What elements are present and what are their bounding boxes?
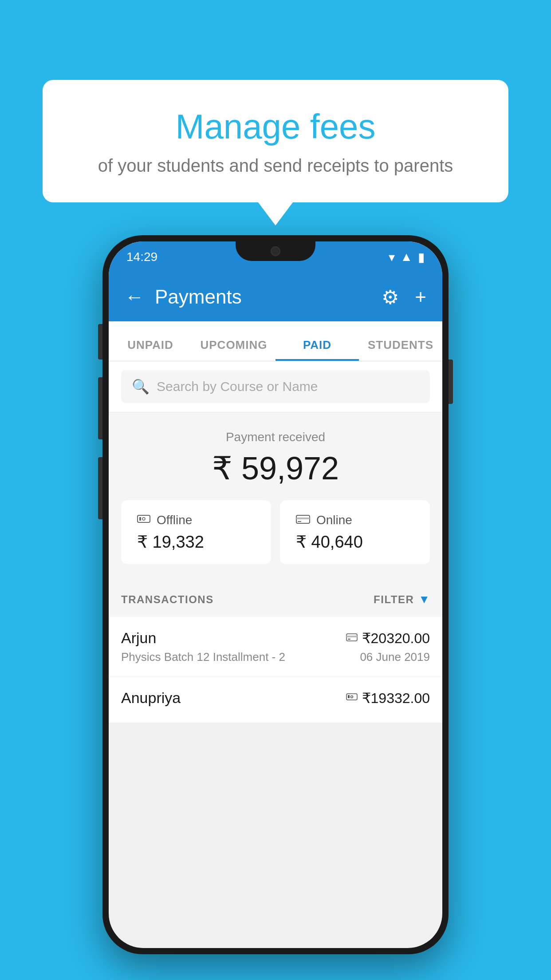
search-box[interactable]: 🔍 Search by Course or Name	[121, 370, 430, 403]
signal-icon: ▲	[400, 250, 413, 264]
filter-label[interactable]: FILTER	[374, 593, 414, 606]
svg-rect-8	[348, 639, 350, 640]
add-button[interactable]: +	[415, 286, 426, 308]
speech-bubble: Manage fees of your students and send re…	[43, 80, 508, 202]
svg-point-2	[142, 518, 145, 520]
hero-subtitle: of your students and send receipts to pa…	[78, 156, 473, 176]
svg-rect-1	[139, 517, 141, 521]
offline-card: Offline ₹ 19,332	[121, 500, 271, 564]
online-label: Online	[316, 513, 352, 527]
offline-label: Offline	[157, 513, 192, 527]
transaction-course-arjun: Physics Batch 12 Installment - 2	[121, 650, 285, 664]
hero-title: Manage fees	[78, 107, 473, 147]
tabs-bar: UNPAID UPCOMING PAID STUDENTS	[109, 321, 442, 361]
online-amount: ₹ 40,640	[296, 532, 363, 552]
filter-row[interactable]: FILTER ▼	[374, 593, 430, 606]
app-header: ← Payments ⚙ +	[109, 273, 442, 321]
online-payment-icon	[346, 631, 358, 645]
svg-rect-5	[298, 521, 301, 522]
battery-icon: ▮	[418, 250, 425, 265]
transaction-date-arjun: 06 June 2019	[360, 650, 430, 664]
offline-card-row: Offline	[137, 513, 192, 528]
status-icons: ▾ ▲ ▮	[389, 250, 425, 265]
tab-upcoming[interactable]: UPCOMING	[192, 338, 276, 361]
phone-notch	[236, 241, 315, 261]
svg-rect-4	[296, 518, 310, 519]
transaction-bottom-arjun: Physics Batch 12 Installment - 2 06 June…	[121, 650, 430, 664]
phone-mockup: 14:29 ▾ ▲ ▮ ← Payments ⚙ +	[102, 235, 449, 954]
page-title: Payments	[155, 286, 242, 308]
search-input[interactable]: Search by Course or Name	[157, 379, 318, 394]
transaction-name-anupriya: Anupriya	[121, 689, 181, 707]
phone-volume-up-button	[98, 324, 102, 360]
settings-icon[interactable]: ⚙	[382, 286, 399, 308]
svg-rect-7	[346, 636, 357, 637]
online-card-row: Online	[296, 513, 352, 528]
svg-rect-10	[348, 695, 350, 698]
header-right: ⚙ +	[382, 286, 426, 308]
payment-total-amount: ₹ 59,972	[121, 450, 430, 487]
table-row[interactable]: Arjun ₹20320.00 Physics Batch 1	[109, 617, 442, 677]
transaction-top-arjun: Arjun ₹20320.00	[121, 629, 430, 647]
tab-unpaid[interactable]: UNPAID	[109, 338, 192, 361]
transaction-amount-arjun: ₹20320.00	[362, 630, 430, 647]
phone-volume-down-button	[98, 377, 102, 439]
search-container: 🔍 Search by Course or Name	[109, 361, 442, 412]
filter-icon[interactable]: ▼	[418, 593, 430, 606]
online-icon	[296, 513, 310, 528]
transactions-label: TRANSACTIONS	[121, 593, 214, 606]
tab-paid[interactable]: PAID	[276, 338, 359, 361]
search-icon: 🔍	[132, 378, 150, 395]
phone-extra-button	[98, 457, 102, 519]
offline-icon	[137, 513, 150, 528]
transaction-amount-anupriya: ₹19332.00	[362, 690, 430, 707]
arjun-amount-row: ₹20320.00	[346, 630, 430, 647]
offline-payment-icon	[346, 691, 358, 705]
online-card: Online ₹ 40,640	[280, 500, 430, 564]
front-camera	[271, 246, 280, 256]
payment-summary: Payment received ₹ 59,972	[109, 412, 442, 582]
svg-point-11	[350, 696, 353, 698]
transaction-name-arjun: Arjun	[121, 629, 156, 647]
tab-students[interactable]: STUDENTS	[359, 338, 442, 361]
anupriya-amount-row: ₹19332.00	[346, 690, 430, 707]
status-time: 14:29	[126, 250, 157, 264]
payment-received-label: Payment received	[121, 430, 430, 444]
transaction-top-anupriya: Anupriya ₹19332.00	[121, 689, 430, 707]
wifi-icon: ▾	[389, 250, 395, 265]
header-left: ← Payments	[125, 286, 242, 308]
payment-cards: Offline ₹ 19,332	[121, 500, 430, 564]
table-row[interactable]: Anupriya ₹19332.00	[109, 677, 442, 723]
phone-power-button	[449, 360, 453, 404]
transactions-header: TRANSACTIONS FILTER ▼	[109, 582, 442, 617]
back-button[interactable]: ←	[125, 286, 144, 308]
offline-amount: ₹ 19,332	[137, 532, 204, 552]
